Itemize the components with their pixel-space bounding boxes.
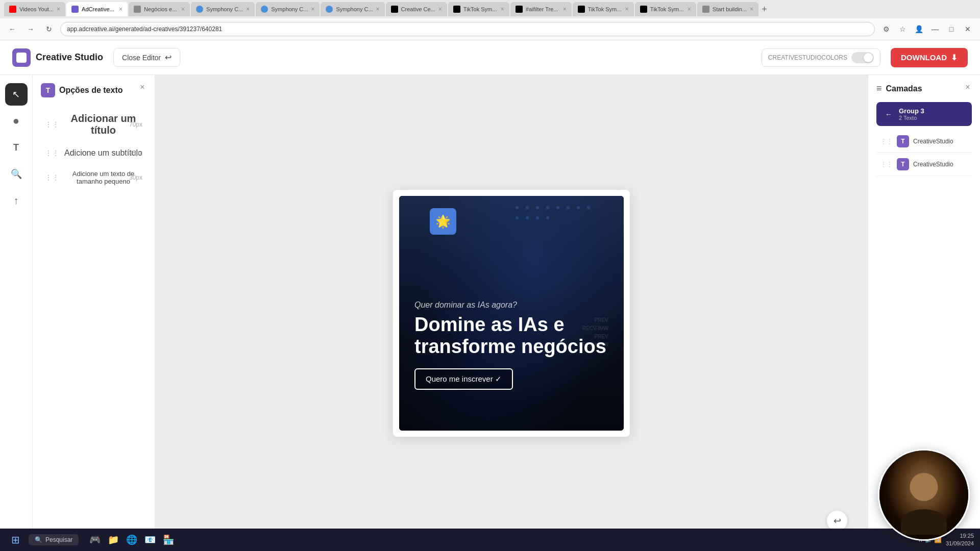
add-subtitle-option[interactable]: ⋮⋮ Adicione um subtítulo 45px bbox=[41, 143, 146, 163]
address-bar[interactable]: app.adcreative.ai/generated/ad-creatives… bbox=[60, 22, 875, 36]
tab-symphony3[interactable]: Symphony C... × bbox=[321, 2, 384, 16]
maximize-icon[interactable]: □ bbox=[944, 22, 959, 36]
close-editor-back-icon: ↩ bbox=[165, 53, 172, 62]
add-small-text-option[interactable]: ⋮⋮ Adicione um texto de tamanho pequeno … bbox=[41, 165, 146, 190]
forward-button[interactable]: → bbox=[23, 22, 38, 36]
sidebar-cursor-button[interactable]: ↖ bbox=[5, 83, 28, 106]
tab-adcreative[interactable]: AdCreative... × bbox=[66, 2, 128, 16]
layers-panel-header: ≡ Camadas bbox=[876, 83, 972, 94]
tab-favicon-tiktok1 bbox=[453, 6, 460, 13]
browser-chrome: Videos Yout... × AdCreative... × Negócio… bbox=[0, 0, 980, 40]
layer-name-1: CreativeStudio bbox=[913, 138, 953, 145]
layer-item-2[interactable]: ⋮⋮ T CreativeStudio bbox=[876, 153, 972, 176]
colors-toggle-switch[interactable] bbox=[851, 52, 874, 63]
taskbar-pinned-icons: 🎮 📁 🌐 📧 🏪 bbox=[87, 532, 177, 548]
layers-panel-close-button[interactable]: × bbox=[962, 81, 974, 93]
taskbar-search[interactable]: 🔍 Pesquisar bbox=[29, 534, 79, 545]
panel-title: Opções de texto bbox=[59, 86, 122, 95]
reload-button[interactable]: ↻ bbox=[42, 22, 56, 36]
taskbar-app-game[interactable]: 🎮 bbox=[87, 532, 103, 548]
tab-startbuilding[interactable]: Start buildin... × bbox=[697, 2, 758, 16]
app-container: Creative Studio Close Editor ↩ CREATIVES… bbox=[0, 40, 980, 551]
minimize-icon[interactable]: — bbox=[928, 22, 942, 36]
tab-close-aifilter[interactable]: × bbox=[563, 6, 567, 13]
tab-label-tiktok3: TikTok Sym... bbox=[650, 6, 684, 12]
tab-negocios[interactable]: Negócios e... × bbox=[129, 2, 190, 16]
new-tab-button[interactable]: + bbox=[762, 4, 767, 15]
tab-label-adcreative: AdCreative... bbox=[82, 6, 114, 12]
tab-aifilter[interactable]: #aifilter Tre... × bbox=[510, 2, 572, 16]
tab-close-startbuilding[interactable]: × bbox=[750, 6, 753, 13]
dot bbox=[556, 206, 559, 209]
group-sub: 2 Texto bbox=[899, 115, 966, 121]
profile-icon[interactable]: 👤 bbox=[912, 22, 926, 36]
undo-float-button[interactable]: ↩ bbox=[827, 511, 847, 531]
tab-label-youtube: Videos Yout... bbox=[19, 6, 54, 12]
tab-label-negocios: Negócios e... bbox=[144, 6, 177, 12]
tab-youtube[interactable]: Videos Yout... × bbox=[4, 2, 65, 16]
sidebar-text-button[interactable]: T bbox=[5, 136, 28, 159]
tab-close-youtube[interactable]: × bbox=[57, 6, 60, 13]
tab-favicon-creativece bbox=[391, 6, 398, 13]
upload-icon: ↑ bbox=[14, 195, 19, 207]
tab-label-tiktok1: TikTok Sym... bbox=[463, 6, 497, 12]
add-title-option[interactable]: ⋮⋮ Adicionar um título 70px bbox=[41, 108, 146, 141]
drag-handle-small: ⋮⋮ bbox=[45, 173, 59, 182]
layers-panel-title: Camadas bbox=[886, 84, 922, 93]
address-bar-row: ← → ↻ app.adcreative.ai/generated/ad-cre… bbox=[0, 18, 980, 40]
layer-item-1[interactable]: ⋮⋮ T CreativeStudio bbox=[876, 130, 972, 153]
subtitle-option-size: 45px bbox=[129, 149, 142, 157]
dot bbox=[546, 216, 549, 219]
tab-creativece[interactable]: Creative Ce... × bbox=[386, 2, 447, 16]
close-browser-icon[interactable]: ✕ bbox=[961, 22, 975, 36]
tab-close-tiktok1[interactable]: × bbox=[501, 6, 504, 13]
canvas-area: 🌟 PREV RECV-IMW PREV RECV-IMW Quer domin… bbox=[155, 75, 868, 551]
dot bbox=[516, 206, 519, 209]
tab-close-symphony3[interactable]: × bbox=[376, 6, 380, 13]
tab-tiktok1[interactable]: TikTok Sym... × bbox=[448, 2, 509, 16]
ad-content: Quer dominar as IAs agora? Domine as IAs… bbox=[414, 300, 608, 390]
download-label: DOWNLOAD bbox=[901, 53, 947, 62]
tab-label-creativece: Creative Ce... bbox=[401, 6, 435, 12]
tab-symphony1[interactable]: Symphony C... × bbox=[191, 2, 255, 16]
windows-start-button[interactable]: ⊞ bbox=[6, 531, 24, 549]
sidebar-circle-button[interactable]: ● bbox=[5, 110, 28, 132]
tab-favicon-startbuilding bbox=[702, 6, 709, 13]
tab-close-symphony1[interactable]: × bbox=[246, 6, 250, 13]
ad-canvas[interactable]: 🌟 PREV RECV-IMW PREV RECV-IMW Quer domin… bbox=[399, 196, 624, 431]
tab-tiktok3[interactable]: TikTok Sym... × bbox=[635, 2, 696, 16]
taskbar-app-files[interactable]: 📁 bbox=[105, 532, 121, 548]
webcam-body bbox=[901, 509, 947, 535]
panel-close-button[interactable]: × bbox=[136, 81, 149, 93]
logo-area: Creative Studio bbox=[12, 48, 103, 67]
tab-tiktok2[interactable]: TikTok Sym... × bbox=[573, 2, 634, 16]
tab-symphony2[interactable]: Symphony C... × bbox=[256, 2, 320, 16]
close-editor-label: Close Editor bbox=[122, 54, 161, 62]
taskbar-app-browser[interactable]: 🌐 bbox=[124, 532, 140, 548]
taskbar-app-mail[interactable]: 📧 bbox=[142, 532, 158, 548]
back-button[interactable]: ← bbox=[5, 22, 19, 36]
dot bbox=[587, 206, 590, 209]
tab-close-adcreative[interactable]: × bbox=[119, 6, 122, 13]
tab-close-tiktok2[interactable]: × bbox=[625, 6, 629, 13]
sidebar-search-button[interactable]: 🔍 bbox=[5, 163, 28, 185]
panel-text-icon: T bbox=[41, 83, 55, 97]
sidebar-upload-button[interactable]: ↑ bbox=[5, 189, 28, 212]
group-item[interactable]: ← Group 3 2 Texto bbox=[876, 102, 972, 126]
extensions-icon[interactable]: ⚙ bbox=[879, 22, 893, 36]
ad-cta-button[interactable]: Quero me inscrever ✓ bbox=[414, 368, 513, 390]
sidebar-icons: ↖ ● T 🔍 ↑ bbox=[0, 75, 33, 551]
tab-close-symphony2[interactable]: × bbox=[311, 6, 314, 13]
download-button[interactable]: DOWNLOAD ⬇ bbox=[891, 48, 968, 67]
tab-close-negocios[interactable]: × bbox=[181, 6, 185, 13]
tab-label-tiktok2: TikTok Sym... bbox=[588, 6, 622, 12]
tab-close-creativece[interactable]: × bbox=[438, 6, 442, 13]
tab-label-startbuilding: Start buildin... bbox=[713, 6, 747, 12]
tab-close-tiktok3[interactable]: × bbox=[688, 6, 691, 13]
toggle-knob bbox=[864, 53, 873, 62]
bookmark-icon[interactable]: ☆ bbox=[895, 22, 910, 36]
webcam-person bbox=[879, 450, 968, 539]
close-editor-button[interactable]: Close Editor ↩ bbox=[113, 48, 180, 67]
taskbar-app-store[interactable]: 🏪 bbox=[160, 532, 177, 548]
dot bbox=[577, 206, 580, 209]
